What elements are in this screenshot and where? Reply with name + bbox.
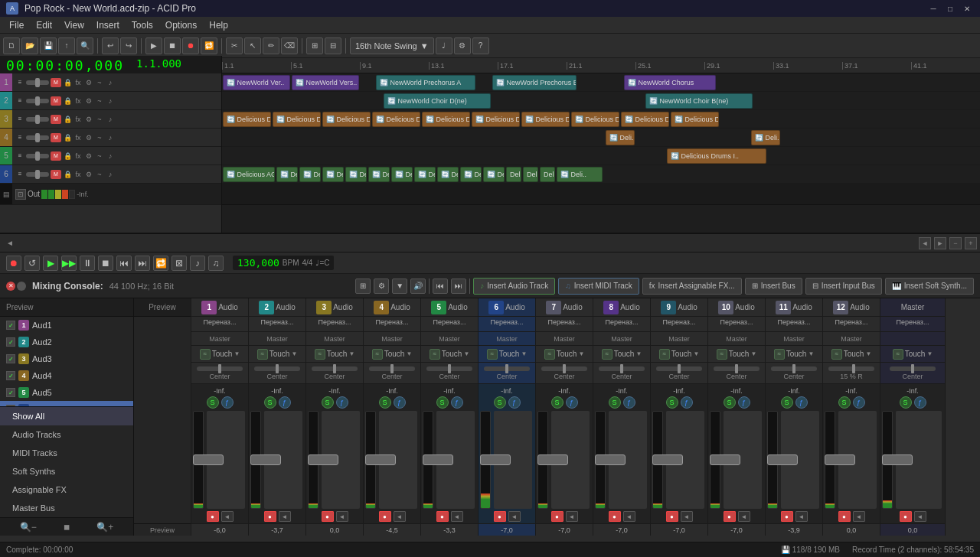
track-expand-5[interactable]: ≡ (15, 151, 24, 161)
ch-pan-slider-11[interactable] (771, 366, 817, 371)
ch-f-icon-1[interactable]: ƒ (221, 396, 234, 409)
insert-input-bus-btn[interactable]: ⊟ Insert Input Bus (805, 278, 882, 295)
insert-midi-track-btn[interactable]: ♫ Insert MIDI Track (558, 278, 639, 295)
ch-f-icon-11[interactable]: ƒ (795, 396, 808, 409)
ch-f-icon-2[interactable]: ƒ (279, 396, 291, 409)
ch-touch-icon-10[interactable]: ≈ (717, 349, 727, 360)
ch-solo-btn-7[interactable]: ◄ (566, 511, 578, 522)
transport-pause[interactable]: ⏸ (80, 256, 95, 271)
clip-6-9[interactable]: 🔄 Deli.. (437, 167, 459, 182)
timeline-content[interactable]: 🔄 NewWorld Ver.. 🔄 NewWorld Vers.. 🔄 New… (222, 73, 980, 233)
scroll-collapse-btn[interactable]: ◄ (3, 239, 17, 247)
track-fader-4[interactable] (26, 135, 49, 140)
ch-fader-thumb-11[interactable] (767, 454, 798, 465)
clip-1-1[interactable]: 🔄 NewWorld Ver.. (223, 75, 290, 90)
ch-rename-1[interactable]: Переназ... (191, 317, 248, 332)
ch-num-badge-3[interactable]: 3 (316, 301, 332, 314)
ch-bus-9[interactable]: Master (651, 332, 707, 346)
ch-touch-label-10[interactable]: Touch (729, 350, 750, 358)
insert-bus-btn[interactable]: ⊞ Insert Bus (745, 278, 802, 295)
ch-touch-icon-5[interactable]: ≈ (430, 349, 440, 360)
ch-mute-btn-3[interactable]: ● (322, 511, 334, 522)
mix-grid-btn[interactable]: ⊞ (355, 278, 371, 294)
ch-touch-arrow-5[interactable]: ▼ (463, 350, 469, 357)
ch-bus-10[interactable]: Master (708, 332, 765, 346)
ch-rename-5[interactable]: Переназ... (421, 317, 478, 332)
filter-assignable-fx[interactable]: Assignable FX (0, 480, 133, 499)
ch-solo-btn-6[interactable]: ◄ (508, 511, 521, 522)
track-fx-5[interactable]: fx (74, 151, 83, 161)
ch-rename-8[interactable]: Переназ... (593, 317, 650, 332)
ch-mute-btn-9[interactable]: ● (666, 511, 678, 522)
ch-touch-icon-11[interactable]: ≈ (774, 349, 785, 360)
ch-fader-track-master[interactable] (896, 411, 942, 509)
tb-open[interactable]: 📂 (21, 37, 38, 54)
track-midi-4[interactable]: ♪ (106, 133, 115, 142)
tb-metronome[interactable]: ♩ (436, 37, 452, 54)
track-env-1[interactable]: ~ (95, 78, 104, 87)
filter-soft-synths[interactable]: Soft Synths (0, 462, 133, 480)
ch-touch-arrow-8[interactable]: ▼ (635, 350, 642, 357)
ch-fader-thumb-2[interactable] (250, 454, 281, 465)
ch-fader-track-4[interactable] (379, 411, 417, 509)
ch-s-icon-6[interactable]: S (494, 396, 506, 409)
ch-pan-slider-4[interactable] (369, 366, 415, 371)
ch-touch-arrow-11[interactable]: ▼ (808, 350, 814, 357)
track-midi-6[interactable]: ♪ (106, 170, 115, 179)
track-env-6[interactable]: ~ (95, 170, 104, 179)
ch-rename-2[interactable]: Переназ... (249, 317, 305, 332)
clip-6-6[interactable]: 🔄 Deli.. (368, 167, 390, 182)
ch-touch-icon-7[interactable]: ≈ (544, 349, 555, 360)
clip-6-12[interactable]: Deli (506, 167, 521, 182)
tb-record[interactable]: ⏺ (182, 37, 199, 54)
ch-num-badge-5[interactable]: 5 (431, 301, 446, 314)
ch-mute-btn-7[interactable]: ● (551, 511, 564, 522)
track-fx-6[interactable]: fx (74, 170, 83, 179)
ch-mute-btn-master[interactable]: ● (900, 511, 912, 522)
clip-6-5[interactable]: 🔄 Deli.. (345, 167, 367, 182)
track-env-2[interactable]: ~ (95, 96, 104, 106)
track-mute-3[interactable]: M (51, 115, 61, 124)
ch-f-icon-7[interactable]: ƒ (566, 396, 578, 409)
ch-pan-slider-6[interactable] (484, 366, 530, 371)
menu-options[interactable]: Options (159, 18, 203, 32)
ch-num-badge-10[interactable]: 10 (718, 301, 733, 314)
ch-touch-icon-4[interactable]: ≈ (372, 349, 383, 360)
track-fader-6[interactable] (26, 172, 49, 177)
clip-3-5[interactable]: 🔄 Delicious Drum (422, 112, 470, 127)
ch-bus-8[interactable]: Master (593, 332, 650, 346)
transport-to-end[interactable]: ⏭ (135, 256, 150, 271)
transport-punch[interactable]: ⊠ (172, 256, 187, 271)
ch-type-8[interactable]: Audio (620, 303, 640, 311)
clip-3-9[interactable]: 🔄 Delicious Drum.. (621, 112, 669, 127)
track-fader-2[interactable] (26, 99, 49, 103)
ch-mute-btn-6[interactable]: ● (494, 511, 506, 522)
filter-audio-tracks[interactable]: Audio Tracks (0, 425, 133, 444)
ch-touch-icon-3[interactable]: ≈ (315, 349, 325, 360)
scroll-prev-btn[interactable]: ◄ (919, 237, 931, 249)
ch-fader-thumb-1[interactable] (193, 454, 224, 465)
ch-fader-track-2[interactable] (264, 411, 302, 509)
ch-mute-btn-8[interactable]: ● (609, 511, 621, 522)
tb-draw[interactable]: ✏ (263, 37, 279, 54)
ch-fader-track-1[interactable] (207, 411, 245, 509)
track-midi-5[interactable]: ♪ (106, 151, 115, 161)
ch-fader-track-10[interactable] (724, 411, 762, 509)
filter-midi-tracks[interactable]: MIDI Tracks (0, 444, 133, 462)
ch-type-11[interactable]: Audio (792, 303, 812, 311)
ch-fader-track-8[interactable] (609, 411, 647, 509)
ch-bus-6[interactable]: Master (479, 332, 535, 346)
ch-check-1[interactable]: ✓ (6, 321, 15, 330)
ch-s-icon-12[interactable]: S (838, 396, 851, 409)
ch-solo-btn-9[interactable]: ◄ (681, 511, 693, 522)
clip-2-2[interactable]: 🔄 NewWorld Choir B(ne) (645, 93, 753, 109)
ch-solo-btn-1[interactable]: ◄ (221, 511, 234, 522)
mixing-close-btn[interactable]: ✕ (6, 282, 15, 291)
tb-play[interactable]: ▶ (145, 37, 162, 54)
ch-fader-track-7[interactable] (551, 411, 590, 509)
transport-stop[interactable]: ⏹ (98, 256, 113, 271)
ch-list-item-3[interactable]: ✓ 3 Aud3 (0, 350, 133, 367)
ch-s-icon-1[interactable]: S (207, 396, 219, 409)
ch-bus-4[interactable]: Master (364, 332, 420, 346)
track-expand-1[interactable]: ≡ (15, 78, 24, 87)
